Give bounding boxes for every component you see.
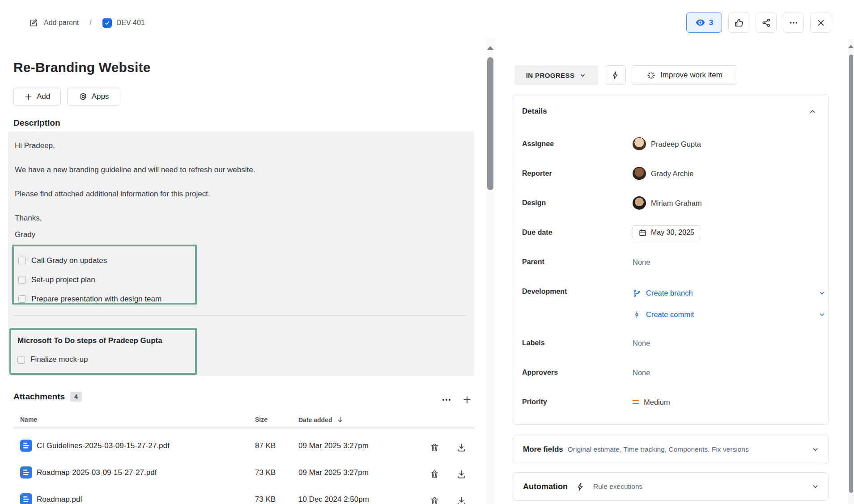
approvers-value[interactable]: None [633, 368, 650, 377]
field-assignee: Assignee Pradeep Gupta [522, 129, 820, 159]
more-actions-button[interactable] [783, 13, 804, 33]
file-document-icon [20, 466, 32, 479]
details-heading: Details [522, 107, 547, 116]
apps-icon [79, 92, 88, 101]
field-label: Reporter [522, 169, 633, 178]
field-label: Approvers [522, 368, 633, 377]
more-fields-panel[interactable]: More fields Original estimate, Time trac… [513, 435, 829, 464]
automation-panel[interactable]: Automation Rule executions [513, 472, 829, 501]
reporter-name: Grady Archie [651, 169, 693, 178]
breadcrumb-issue-key[interactable]: DEV-401 [116, 19, 145, 27]
checklist-item: Set-up project plan [18, 270, 195, 289]
add-button-label: Add [37, 92, 50, 101]
column-header-size[interactable]: Size [255, 416, 268, 423]
attachment-date: 10 Dec 2024 2:50pm [298, 495, 369, 504]
attachment-row[interactable]: Roadmap-2025-03-09-15-27-27.pdf 73 KB 09… [13, 459, 474, 486]
checkbox[interactable] [18, 295, 26, 303]
watchers-button[interactable]: 3 [686, 13, 722, 33]
checkbox[interactable] [17, 356, 25, 364]
ellipsis-icon [441, 394, 452, 405]
like-button[interactable] [728, 13, 749, 33]
checkbox[interactable] [18, 276, 26, 284]
collapse-details-button[interactable] [805, 104, 820, 119]
column-header-date-added[interactable]: Date added [298, 416, 344, 424]
download-attachment-button[interactable] [454, 467, 468, 481]
attachment-name[interactable]: Roadmap.pdf [37, 495, 82, 504]
task-type-icon [102, 18, 112, 28]
automation-quick-button[interactable] [605, 65, 626, 85]
chevron-down-icon[interactable] [811, 483, 820, 491]
create-branch-label: Create branch [646, 289, 693, 297]
window-scrollbar[interactable] [848, 39, 854, 504]
checkbox[interactable] [18, 257, 26, 264]
priority-value[interactable]: Medium [633, 398, 670, 407]
breadcrumb-separator: / [89, 19, 91, 27]
attachments-more-button[interactable] [439, 393, 454, 407]
delete-attachment-button[interactable] [427, 494, 442, 504]
eye-icon [695, 17, 705, 28]
details-panel: Details Assignee Pradeep Gupta Reporter [513, 94, 829, 425]
chevron-down-icon[interactable] [818, 311, 826, 318]
field-value[interactable]: Pradeep Gupta [633, 137, 701, 151]
scroll-up-arrow[interactable] [487, 46, 494, 50]
field-label: Design [522, 199, 633, 207]
due-date-value: May 30, 2025 [651, 229, 694, 237]
plus-icon [24, 93, 33, 101]
attachments-table-header: Name Size Date added [13, 415, 474, 428]
description-paragraph: Please find attached additional informat… [15, 189, 465, 199]
attachment-name[interactable]: Roadmap-2025-03-09-15-27-27.pdf [37, 468, 157, 477]
delete-attachment-button[interactable] [427, 440, 442, 454]
attachment-size: 73 KB [255, 495, 276, 504]
field-label: Priority [522, 398, 633, 406]
download-attachment-button[interactable] [454, 440, 468, 454]
field-label: Due date [522, 229, 633, 237]
close-button[interactable] [810, 13, 831, 33]
share-button[interactable] [756, 13, 777, 33]
labels-value[interactable]: None [633, 339, 650, 347]
attachments-count-badge: 4 [70, 392, 82, 402]
plus-icon [462, 395, 472, 405]
attachment-name[interactable]: CI Guidelines-2025-03-09-15-27-27.pdf [37, 441, 170, 450]
scrollbar-thumb[interactable] [487, 57, 493, 190]
attachments-heading: Attachments [13, 392, 65, 402]
chevron-down-icon[interactable] [811, 445, 820, 454]
add-button[interactable]: Add [13, 88, 61, 106]
field-design: Design Miriam Graham [522, 188, 820, 218]
checklist-item: Finalize mock-up [17, 352, 195, 368]
git-branch-icon [633, 289, 641, 297]
automation-heading: Automation [523, 482, 568, 491]
field-value[interactable]: Miriam Graham [633, 196, 702, 210]
close-icon [816, 18, 825, 27]
field-value[interactable]: Grady Archie [633, 167, 693, 180]
breadcrumb-add-parent[interactable]: Add parent [44, 19, 79, 27]
apps-button[interactable]: Apps [67, 88, 120, 106]
status-dropdown[interactable]: IN PROGRESS [514, 65, 598, 85]
git-commit-icon [633, 310, 641, 319]
attachments-add-button[interactable] [460, 393, 474, 407]
field-reporter: Reporter Grady Archie [522, 159, 820, 188]
scrollbar-thumb[interactable] [849, 55, 853, 493]
work-item-view: Add parent / DEV-401 3 [0, 0, 854, 504]
field-due-date: Due date May 30, 2025 [522, 218, 820, 247]
improve-work-item-button[interactable]: Improve work item [632, 65, 737, 85]
parent-value[interactable]: None [633, 258, 650, 267]
create-commit-link[interactable]: Create commit [633, 304, 816, 325]
attachment-row[interactable]: CI Guidelines-2025-03-09-15-27-27.pdf 87… [13, 432, 474, 459]
column-header-name[interactable]: Name [20, 416, 37, 423]
chevron-down-icon[interactable] [818, 289, 826, 297]
checklist-item: Prepare presentation with design team [18, 289, 195, 309]
chevron-down-icon [579, 72, 586, 79]
avatar [633, 196, 646, 210]
attachment-row[interactable]: Roadmap.pdf 73 KB 10 Dec 2024 2:50pm [13, 486, 474, 504]
more-fields-summary: Original estimate, Time tracking, Compon… [568, 445, 749, 453]
content-scrollbar[interactable] [485, 38, 496, 504]
scroll-up-arrow[interactable] [849, 45, 853, 48]
download-attachment-button[interactable] [454, 494, 468, 504]
attachment-size: 87 KB [255, 441, 276, 450]
create-branch-link[interactable]: Create branch [633, 282, 816, 304]
add-parent-edit-icon[interactable] [28, 17, 39, 29]
description-paragraph: Thanks, [15, 213, 465, 224]
description-body[interactable]: Hi Pradeep, We have a new branding guide… [8, 131, 474, 376]
delete-attachment-button[interactable] [427, 467, 442, 481]
due-date-chip[interactable]: May 30, 2025 [633, 225, 700, 240]
